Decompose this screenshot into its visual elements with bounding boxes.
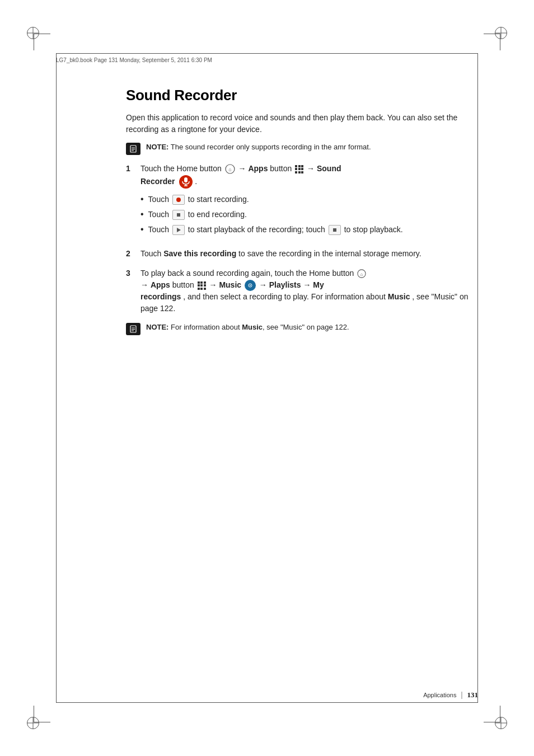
apps-grid-icon <box>295 165 303 173</box>
record-button-icon <box>172 195 185 205</box>
step-3-recordings: recordings <box>140 292 181 301</box>
bullet-3: • Touch to start playback of the recordi… <box>140 224 470 236</box>
step-3-music2: Music <box>388 292 410 301</box>
intro-paragraph: Open this application to record voice an… <box>126 112 470 135</box>
step-3: 3 To play back a sound recording again, … <box>126 267 470 314</box>
note-icon-1 <box>126 143 140 155</box>
header-text: LG7_bk0.book Page 131 Monday, September … <box>56 57 212 63</box>
note-icon-2 <box>126 323 140 335</box>
footer-category: Applications <box>423 692 456 698</box>
bullet-1: • Touch to start recording. <box>140 194 470 205</box>
svg-text:⌂: ⌂ <box>360 272 363 277</box>
note-1-label: NOTE: <box>146 143 168 151</box>
section-title: Sound Recorder <box>126 87 470 104</box>
step-1-recorder-line: Recorder . <box>140 177 197 186</box>
step-3-line3: recordings , and then select a recording… <box>140 292 469 313</box>
step-3-line2: → Apps button → Music <box>140 280 324 289</box>
note-1: NOTE: The sound recorder only supports r… <box>126 142 470 155</box>
step-2-content: Touch Save this recording to save the re… <box>140 248 470 260</box>
step-3-music: Music <box>219 280 241 289</box>
music-icon <box>245 280 256 291</box>
pencil-icon-2 <box>129 325 137 333</box>
border-right <box>477 53 478 703</box>
bullet-dot-1: • <box>140 194 144 205</box>
footer-page-number: 131 <box>467 691 479 699</box>
note-2-music: Music <box>242 323 263 331</box>
bullet-3-text: Touch to start playback of the recording… <box>148 224 403 236</box>
steps-list: 1 Touch the Home button ⌂ → Apps <box>126 163 470 314</box>
step-1-arrow2: → <box>307 164 317 173</box>
step-2-suffix: to save the recording in the internal st… <box>236 249 421 258</box>
note-2: NOTE: For information about Music, see "… <box>126 322 470 335</box>
step-3-arrow3: → <box>303 280 313 289</box>
bullet-dot-2: • <box>140 209 144 220</box>
header-bar: LG7_bk0.book Page 131 Monday, September … <box>56 53 478 64</box>
step-1-recorder: Recorder <box>140 177 175 186</box>
svg-rect-13 <box>333 228 336 232</box>
step-3-content: To play back a sound recording again, to… <box>140 267 470 314</box>
svg-marker-12 <box>177 228 181 232</box>
step-3-arrow2: → <box>259 280 269 289</box>
step-3-apps-grid-icon <box>198 281 206 290</box>
reg-circle-tr <box>495 27 507 39</box>
bullet-dot-3: • <box>140 224 144 236</box>
reg-circle-br <box>495 717 507 729</box>
reg-circle-tl <box>27 27 39 39</box>
step-3-home-icon: ⌂ <box>357 269 366 278</box>
stop-button-icon <box>172 210 185 220</box>
step-2-bold: Save this recording <box>163 249 236 258</box>
footer-divider: | <box>461 690 462 699</box>
bullet-2-text: Touch to end recording. <box>148 209 247 220</box>
svg-rect-11 <box>177 213 180 217</box>
pencil-icon <box>129 145 137 153</box>
reg-circle-bl <box>27 717 39 729</box>
step-3-playlists: Playlists <box>269 280 301 289</box>
step-3-text: To play back a sound recording again, to… <box>140 269 367 278</box>
svg-text:⌂: ⌂ <box>228 167 231 172</box>
svg-rect-7 <box>184 177 188 182</box>
step-3-apps: Apps <box>151 280 170 289</box>
stop-playback-button-icon <box>329 225 341 235</box>
step-2: 2 Touch Save this recording to save the … <box>126 248 470 260</box>
step-3-my: My <box>313 280 324 289</box>
home-button-icon: ⌂ <box>225 164 235 174</box>
svg-point-10 <box>176 198 181 202</box>
note-1-body: The sound recorder only supports recordi… <box>168 143 371 151</box>
microphone-icon <box>179 175 193 189</box>
step-3-number: 3 <box>126 267 135 279</box>
step-3-arrow0: → <box>140 280 151 289</box>
step-1-bullets: • Touch to start recording. <box>140 194 470 236</box>
footer-bar: Applications | 131 <box>56 690 478 703</box>
border-left <box>56 53 57 703</box>
bullet-2: • Touch to end recording. <box>140 209 470 220</box>
step-1-sound: Sound <box>317 164 341 173</box>
play-button-icon <box>172 225 185 235</box>
step-1-arrow: → <box>238 164 249 173</box>
step-1-text: Touch the Home button ⌂ → Apps button <box>140 164 341 173</box>
bullet-1-text: Touch to start recording. <box>148 194 249 205</box>
svg-point-18 <box>250 285 251 286</box>
step-3-arrow1: → <box>209 280 219 289</box>
note-2-text: NOTE: For information about Music, see "… <box>146 322 349 333</box>
step-2-number: 2 <box>126 248 135 260</box>
step-1-apps: Apps <box>248 164 268 173</box>
step-1: 1 Touch the Home button ⌂ → Apps <box>126 163 470 240</box>
step-1-content: Touch the Home button ⌂ → Apps button <box>140 163 470 240</box>
page: LG7_bk0.book Page 131 Monday, September … <box>0 0 534 756</box>
note-2-label: NOTE: <box>146 323 168 331</box>
main-content: Sound Recorder Open this application to … <box>126 87 470 343</box>
step-1-number: 1 <box>126 163 135 175</box>
note-1-text: NOTE: The sound recorder only supports r… <box>146 142 371 153</box>
